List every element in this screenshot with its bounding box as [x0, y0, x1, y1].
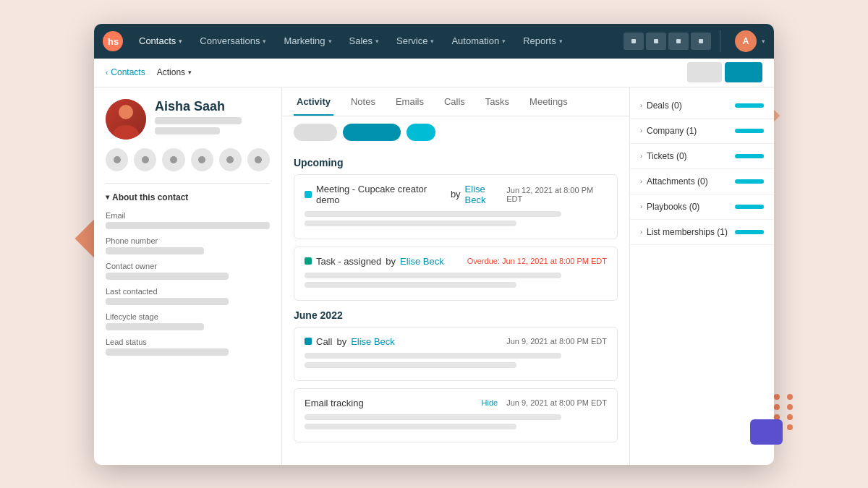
contact-actions — [106, 148, 270, 171]
about-section: ▾ About this contact Email Phone number … — [106, 183, 270, 356]
sub-secondary-btn[interactable] — [687, 62, 722, 82]
nav-icon-4[interactable] — [691, 33, 711, 50]
task-bar-2 — [305, 282, 516, 288]
nav-icon-3[interactable] — [668, 33, 689, 50]
right-playbooks[interactable]: › Playbooks (0) — [630, 194, 774, 220]
list-memberships-bar — [735, 230, 764, 234]
call-title: Call by Elise Beck — [305, 336, 395, 347]
lead-status-label: Lead status — [106, 338, 270, 346]
task-author[interactable]: Elise Beck — [400, 256, 444, 267]
task-overdue: Overdue: Jun 12, 2021 at 8:00 PM EDT — [467, 257, 607, 265]
tab-activity[interactable]: Activity — [294, 87, 333, 116]
tab-tasks[interactable]: Tasks — [482, 87, 512, 116]
phone-label: Phone number — [106, 236, 270, 245]
nav-marketing[interactable]: Marketing ▾ — [276, 31, 339, 51]
email-title: Email tracking — [305, 398, 364, 408]
top-nav: hs Contacts ▾ Conversations ▾ Marketing … — [94, 24, 774, 59]
deals-bar — [735, 103, 764, 108]
email-bar-1 — [305, 414, 561, 420]
svg-point-2 — [119, 105, 133, 119]
contact-header: Aisha Saah — [106, 99, 270, 140]
last-contacted-label: Last contacted — [106, 287, 270, 296]
about-chevron: ▾ — [106, 193, 109, 201]
nav-user-avatar[interactable]: A — [735, 30, 757, 52]
nav-conversations[interactable]: Conversations ▾ — [192, 31, 273, 51]
breadcrumb[interactable]: ‹ Contacts — [106, 67, 145, 77]
contact-subtitle-2 — [155, 127, 220, 134]
right-attachments[interactable]: › Attachments (0) — [630, 169, 774, 194]
nav-automation[interactable]: Automation ▾ — [444, 31, 513, 51]
company-chevron: › — [640, 127, 642, 134]
tab-calls[interactable]: Calls — [441, 87, 468, 116]
tab-notes[interactable]: Notes — [348, 87, 378, 116]
nav-user-chevron: ▾ — [762, 38, 765, 45]
filter-active[interactable] — [343, 124, 401, 141]
meeting-title: Meeting - Cupcake creator demo by Elise … — [305, 184, 506, 205]
about-section-title: ▾ About this contact — [106, 192, 270, 202]
deals-label: Deals (0) — [647, 100, 682, 111]
right-sidebar: › Deals (0) › Company (1) › Tickets (0) — [629, 87, 774, 465]
action-btn-2[interactable] — [134, 148, 156, 171]
meeting-card: Meeting - Cupcake creator demo by Elise … — [294, 174, 618, 239]
breadcrumb-back-chevron: ‹ — [106, 69, 108, 77]
meeting-timestamp: Jun 12, 2021 at 8:00 PM EDT — [506, 186, 607, 203]
right-deals[interactable]: › Deals (0) — [630, 93, 774, 119]
nav-service[interactable]: Service ▾ — [389, 31, 441, 51]
nav-reports-chevron: ▾ — [559, 38, 563, 45]
nav-reports[interactable]: Reports ▾ — [516, 31, 570, 51]
action-btn-6[interactable] — [247, 148, 270, 171]
list-memberships-chevron: › — [640, 228, 642, 236]
attachments-label: Attachments (0) — [647, 176, 708, 187]
filter-pinned[interactable] — [407, 124, 435, 141]
main-content: Aisha Saah ▾ About this contact Email — [94, 87, 774, 465]
tab-meetings[interactable]: Meetings — [527, 87, 571, 116]
nav-contacts[interactable]: Contacts ▾ — [132, 31, 190, 51]
nav-conversations-chevron: ▾ — [263, 38, 266, 45]
email-timestamp: Jun 9, 2021 at 8:00 PM EDT — [506, 398, 607, 407]
email-hide-link[interactable]: Hide — [482, 398, 498, 407]
action-btn-5[interactable] — [219, 148, 242, 171]
actions-chevron: ▾ — [188, 69, 192, 76]
tabs-bar: Activity Notes Emails Calls Tasks Meetin… — [282, 87, 629, 116]
meeting-bar-2 — [305, 221, 516, 226]
call-author[interactable]: Elise Beck — [351, 336, 395, 347]
deals-chevron: › — [640, 102, 642, 109]
nav-marketing-chevron: ▾ — [328, 38, 332, 45]
email-card: Email tracking Hide Jun 9, 2021 at 8:00 … — [294, 388, 618, 442]
call-dot — [305, 338, 312, 345]
right-company[interactable]: › Company (1) — [630, 119, 774, 144]
left-sidebar: Aisha Saah ▾ About this contact Email — [94, 87, 282, 465]
right-tickets[interactable]: › Tickets (0) — [630, 144, 774, 169]
email-value — [106, 222, 270, 229]
action-btn-4[interactable] — [191, 148, 213, 171]
activities-content: Upcoming Meeting - Cupcake creator demo … — [282, 148, 629, 465]
sub-btn-group — [687, 62, 762, 82]
email-bar-2 — [305, 424, 516, 429]
actions-button[interactable]: Actions ▾ — [157, 67, 192, 77]
filter-all[interactable] — [294, 124, 337, 141]
owner-label: Contact owner — [106, 262, 270, 270]
action-btn-3[interactable] — [162, 148, 184, 171]
right-list-memberships[interactable]: › List memberships (1) — [630, 220, 774, 245]
center-panel: Activity Notes Emails Calls Tasks Meetin… — [282, 87, 629, 465]
bg-rect — [750, 419, 783, 445]
tab-emails[interactable]: Emails — [393, 87, 427, 116]
company-label: Company (1) — [647, 126, 697, 136]
meeting-author[interactable]: Elise Beck — [465, 184, 507, 205]
actions-label: Actions — [157, 67, 185, 77]
attachments-chevron: › — [640, 178, 642, 185]
playbooks-label: Playbooks (0) — [647, 202, 699, 212]
phone-value — [106, 247, 204, 254]
upcoming-heading: Upcoming — [294, 157, 618, 168]
nav-icon-1[interactable] — [624, 33, 644, 50]
task-card: Task - assigned by Elise Beck Overdue: J… — [294, 247, 618, 301]
sub-primary-btn[interactable] — [725, 62, 762, 82]
call-bar-1 — [305, 353, 561, 359]
task-dot — [305, 257, 312, 265]
lifecycle-value — [106, 323, 204, 330]
action-btn-1[interactable] — [106, 148, 128, 171]
filter-bar — [282, 116, 629, 148]
nav-icon-2[interactable] — [646, 33, 666, 50]
nav-sales[interactable]: Sales ▾ — [342, 31, 387, 51]
hubspot-logo: hs — [103, 31, 123, 51]
